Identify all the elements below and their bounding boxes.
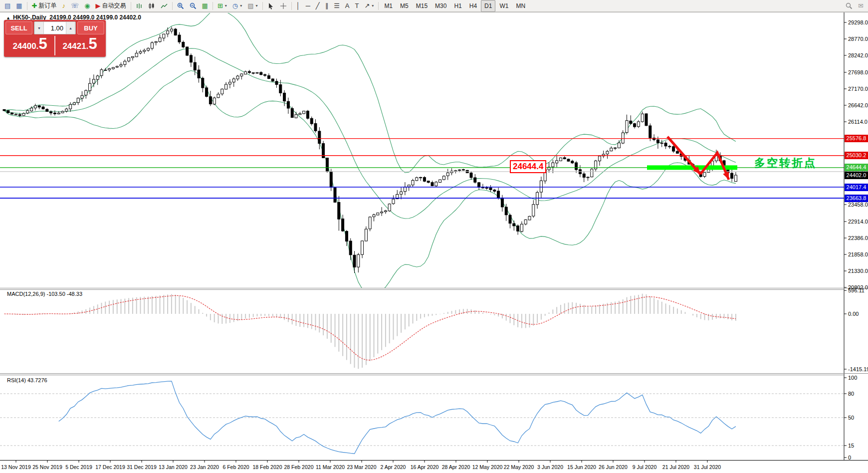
chevron-down-icon: ▾ bbox=[240, 3, 242, 8]
mobile-app-icon: ☏ bbox=[71, 2, 79, 9]
sell-price-big-digit: 5 bbox=[38, 35, 47, 52]
new-chart-button[interactable]: ▤ bbox=[2, 0, 13, 12]
timeframe-h1-label: H1 bbox=[454, 2, 461, 9]
timeframe-h1[interactable]: H1 bbox=[450, 0, 465, 12]
text-tool-icon: A bbox=[345, 2, 350, 9]
cross-icon bbox=[280, 2, 287, 9]
triangle-up-icon: ▲ bbox=[69, 26, 72, 30]
toolbar-separator bbox=[291, 2, 292, 10]
timeframe-m1-label: M1 bbox=[384, 2, 393, 9]
volume-input[interactable] bbox=[44, 22, 66, 34]
vertical-line-tool-icon: │ bbox=[296, 2, 300, 9]
candlestick-chart-button[interactable] bbox=[146, 0, 158, 12]
toolbar-separator bbox=[131, 2, 131, 10]
chart-canvas[interactable] bbox=[0, 0, 868, 473]
label-tool-icon: T bbox=[355, 2, 359, 9]
buy-button[interactable]: BUY bbox=[77, 21, 104, 34]
zoom-in-button[interactable] bbox=[175, 0, 187, 12]
timeframe-d1[interactable]: D1 bbox=[481, 0, 495, 12]
channel-tool-icon: ∥ bbox=[325, 2, 329, 9]
chat-button[interactable]: ✉ bbox=[856, 0, 866, 12]
data-window-icon: ▦ bbox=[16, 2, 22, 9]
sound-alerts-icon: ♪ bbox=[62, 2, 66, 9]
trendline-tool-icon: ╱ bbox=[316, 2, 320, 9]
timeframe-m5-label: M5 bbox=[400, 2, 409, 9]
tile-windows-button[interactable]: ▦ bbox=[200, 0, 211, 12]
timeframe-m30-label: M30 bbox=[435, 2, 446, 9]
new-order-button[interactable]: ✚新订单 bbox=[29, 0, 59, 12]
horizontal-line-tool-button[interactable]: ─ bbox=[303, 0, 313, 12]
timeframe-m1[interactable]: M1 bbox=[381, 0, 396, 12]
toolbar: ▤▦✚新订单♪☏◉▶自动交易▦⊞▾◷▾▧▾│─╱∥☰AT↗▾M1M5M15M30… bbox=[0, 0, 868, 12]
one-click-trading-panel: SELL ▼ ▲ BUY 24400.5 24421.5 bbox=[4, 20, 106, 57]
toolbar-separator bbox=[27, 2, 27, 10]
toolbar-separator bbox=[172, 2, 173, 10]
horizontal-line-tool-icon: ─ bbox=[306, 2, 310, 9]
arrows-tool-icon: ↗ bbox=[364, 2, 370, 9]
crosshair-tool-button[interactable] bbox=[277, 0, 289, 12]
new-order-button-label: 新订单 bbox=[39, 1, 57, 10]
timeframe-m5[interactable]: M5 bbox=[397, 0, 412, 12]
timeframe-w1-label: W1 bbox=[499, 2, 508, 9]
channel-tool-button[interactable]: ∥ bbox=[323, 0, 331, 12]
fibonacci-tool-icon: ☰ bbox=[334, 2, 340, 9]
search-button[interactable] bbox=[843, 0, 855, 12]
sell-price-main: 24400. bbox=[12, 41, 38, 51]
timeframe-mn-label: MN bbox=[516, 2, 525, 9]
chevron-down-icon: ▾ bbox=[255, 3, 257, 8]
signals-button[interactable]: ◉ bbox=[82, 0, 92, 12]
vertical-line-tool-button[interactable]: │ bbox=[294, 0, 303, 12]
text-tool-button[interactable]: A bbox=[343, 0, 352, 12]
timeframe-m30[interactable]: M30 bbox=[432, 0, 450, 12]
auto-trading-button-label: 自动交易 bbox=[102, 1, 126, 10]
indicators-button[interactable]: ⊞▾ bbox=[215, 0, 229, 12]
zoom-out-button[interactable] bbox=[187, 0, 199, 12]
line-chart-button[interactable] bbox=[158, 0, 170, 12]
label-tool-button[interactable]: T bbox=[353, 0, 362, 12]
buy-price-main: 24421. bbox=[62, 41, 88, 51]
data-window-button[interactable]: ▦ bbox=[13, 0, 24, 12]
zoomin-icon bbox=[177, 2, 184, 9]
cursor-icon bbox=[267, 2, 274, 9]
new-chart-icon: ▤ bbox=[4, 2, 10, 9]
timeframe-m15-label: M15 bbox=[416, 2, 428, 9]
trendline-tool-button[interactable]: ╱ bbox=[313, 0, 322, 12]
volume-stepper: ▼ ▲ bbox=[34, 21, 76, 34]
timeframe-mn[interactable]: MN bbox=[512, 0, 529, 12]
new-order-icon: ✚ bbox=[32, 2, 37, 9]
volume-decrease-button[interactable]: ▼ bbox=[34, 22, 44, 34]
periods-icon: ◷ bbox=[232, 2, 238, 9]
volume-increase-button[interactable]: ▲ bbox=[66, 22, 75, 34]
buy-price-button[interactable]: 24421.5 bbox=[55, 36, 104, 55]
mobile-app-button[interactable]: ☏ bbox=[68, 0, 81, 12]
templates-icon: ▧ bbox=[247, 2, 253, 9]
periods-button[interactable]: ◷▾ bbox=[230, 0, 244, 12]
arrows-tool-button[interactable]: ↗▾ bbox=[362, 0, 376, 12]
timeframe-d1-label: D1 bbox=[484, 2, 492, 9]
auto-trading-button[interactable]: ▶自动交易 bbox=[93, 0, 129, 12]
sell-button[interactable]: SELL bbox=[5, 21, 32, 34]
timeframe-w1[interactable]: W1 bbox=[496, 0, 512, 12]
line-icon bbox=[161, 2, 168, 9]
auto-trading-icon: ▶ bbox=[96, 2, 101, 9]
cursor-tool-button[interactable] bbox=[265, 0, 277, 12]
fibonacci-tool-button[interactable]: ☰ bbox=[331, 0, 342, 12]
bar-chart-button[interactable] bbox=[133, 0, 145, 12]
triangle-down-icon: ▼ bbox=[37, 26, 41, 30]
search-icon bbox=[846, 2, 853, 9]
indicators-icon: ⊞ bbox=[217, 2, 223, 9]
sound-alerts-button[interactable]: ♪ bbox=[60, 0, 68, 12]
timeframe-h4-label: H4 bbox=[469, 2, 477, 9]
sell-price-button[interactable]: 24400.5 bbox=[5, 36, 55, 55]
timeframe-m15[interactable]: M15 bbox=[413, 0, 431, 12]
toolbar-separator bbox=[213, 2, 213, 10]
buy-price-big-digit: 5 bbox=[88, 35, 97, 52]
tile-windows-icon: ▦ bbox=[202, 2, 208, 9]
templates-button[interactable]: ▧▾ bbox=[245, 0, 260, 12]
chevron-down-icon: ▾ bbox=[225, 3, 227, 8]
toolbar-separator bbox=[378, 2, 379, 10]
timeframe-h4[interactable]: H4 bbox=[466, 0, 480, 12]
zoomout-icon bbox=[190, 2, 197, 9]
signals-icon: ◉ bbox=[84, 2, 90, 9]
chevron-down-icon: ▾ bbox=[372, 3, 374, 8]
